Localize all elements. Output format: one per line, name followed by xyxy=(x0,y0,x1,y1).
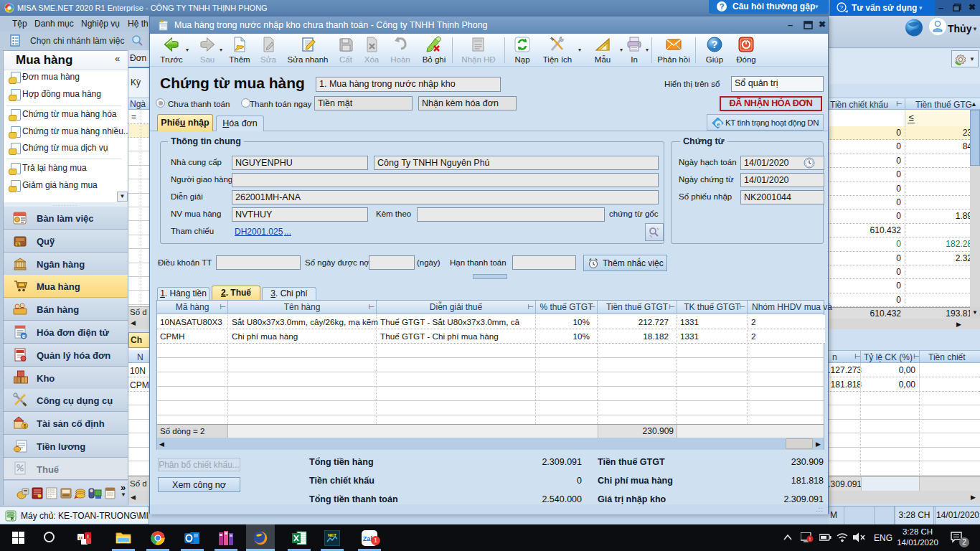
svg-text:?: ? xyxy=(840,4,844,11)
svg-text:!: ! xyxy=(809,537,811,542)
svg-text:?: ? xyxy=(712,39,718,50)
svg-text:e: e xyxy=(717,121,720,128)
svg-text:e: e xyxy=(22,332,26,339)
svg-text:$: $ xyxy=(17,241,19,247)
